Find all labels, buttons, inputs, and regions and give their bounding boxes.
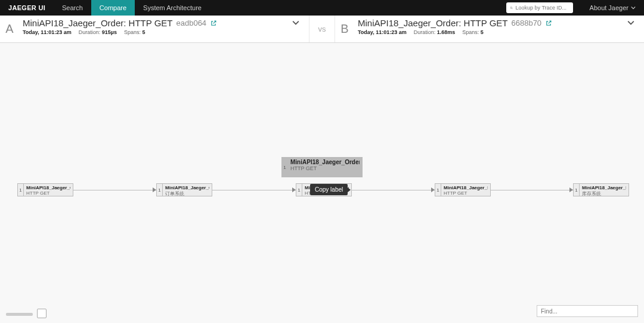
trace-b-letter: B (335, 16, 354, 42)
nav-search[interactable]: Search (54, 0, 91, 16)
h-scroll-indicator (6, 313, 33, 316)
nav-compare[interactable]: Compare (91, 0, 135, 16)
graph-edge (490, 190, 574, 190)
graph-edge (73, 190, 156, 190)
trace-a: A MiniAPI18_Jaeger_Order: HTTP GET eadb0… (0, 16, 309, 42)
copy-label-tooltip: Copy label (310, 184, 348, 195)
top-nav: JAEGER UI Search Compare System Architec… (0, 0, 644, 16)
trace-a-chevron[interactable] (292, 18, 299, 28)
graph-node[interactable]: 1 MiniAPI18_Jaeger_StockHTTP GET (435, 183, 491, 196)
external-link-icon[interactable] (210, 20, 217, 27)
graph-canvas[interactable]: 1 MiniAPI18_Jaeger_OrderHTTP GET 1 MiniA… (0, 43, 644, 323)
graph-node[interactable]: 1 MiniAPI18_Jaeger_OrderHTTP GET (17, 183, 73, 196)
nav-arch[interactable]: System Architecture (135, 0, 210, 16)
graph-edge (212, 190, 296, 190)
about-dropdown[interactable]: About Jaeger (581, 4, 644, 11)
trace-a-title: MiniAPI18_Jaeger_Order: HTTP GET (23, 18, 172, 28)
fit-button[interactable] (37, 309, 47, 318)
find-input[interactable] (537, 305, 638, 317)
trace-b-id: 6688b70 (511, 19, 541, 27)
trace-b-chevron[interactable] (627, 18, 634, 28)
search-icon (510, 5, 513, 11)
trace-a-letter: A (0, 16, 19, 42)
graph-node-hover[interactable]: 1 MiniAPI18_Jaeger_OrderHTTP GET (281, 157, 363, 177)
trace-b: B MiniAPI18_Jaeger_Order: HTTP GET 6688b… (335, 16, 644, 42)
brand-label: JAEGER UI (0, 4, 54, 11)
lookup-input[interactable] (516, 5, 569, 11)
external-link-icon[interactable] (545, 20, 552, 27)
graph-edge (352, 190, 435, 190)
graph-node[interactable]: 1 MiniAPI18_Jaeger_Order订单系统 (156, 183, 212, 196)
trace-b-title: MiniAPI18_Jaeger_Order: HTTP GET (358, 18, 507, 28)
compare-header: A MiniAPI18_Jaeger_Order: HTTP GET eadb0… (0, 16, 644, 43)
chevron-down-icon (631, 5, 636, 10)
trace-a-id: eadb064 (176, 19, 206, 27)
graph-node[interactable]: 1 MiniAPI18_Jaeger_Stock库存系统 (573, 183, 629, 196)
find-box (537, 305, 638, 318)
vs-label: vs (309, 16, 335, 42)
lookup-box[interactable] (506, 2, 573, 13)
